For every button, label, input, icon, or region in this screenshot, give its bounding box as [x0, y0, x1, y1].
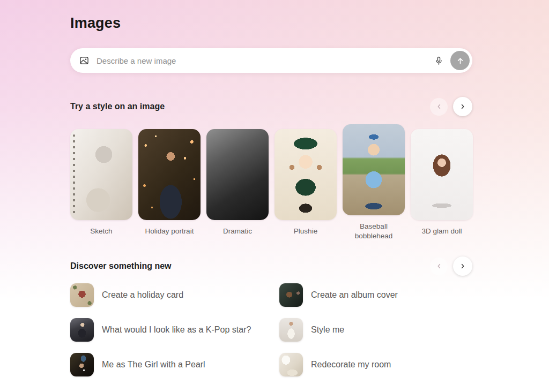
style-me-thumbnail: [279, 318, 303, 342]
styles-prev-button: [430, 98, 448, 116]
discover-item-label: Create a holiday card: [102, 290, 183, 300]
styles-section-header: Try a style on an image: [70, 97, 472, 116]
discover-grid: Create a holiday card Create an album co…: [70, 283, 472, 376]
chevron-right-icon: [459, 262, 466, 270]
kpop-star-thumbnail: [70, 318, 94, 342]
style-card-label: Sketch: [70, 227, 132, 236]
style-cards-row: Sketch Holiday portrait Dramatic Plushie…: [70, 124, 472, 241]
prompt-input[interactable]: [97, 56, 429, 65]
page-title: Images: [70, 15, 472, 32]
style-card-plushie[interactable]: Plushie: [274, 124, 337, 241]
styles-nav: [430, 97, 472, 116]
styles-section-title: Try a style on an image: [70, 102, 165, 111]
image-icon: [79, 55, 90, 66]
discover-item-style-me[interactable]: Style me: [279, 318, 472, 342]
discover-item-label: Redecorate my room: [311, 360, 391, 370]
style-card-image-holiday-portrait: [138, 129, 201, 220]
style-card-label: Dramatic: [206, 227, 269, 236]
style-card-image-3d-glam-doll: [411, 129, 473, 220]
style-card-image-plushie: [274, 129, 337, 220]
style-card-label: Baseball bobblehead: [343, 222, 405, 241]
chevron-left-icon: [435, 103, 443, 110]
discover-next-button[interactable]: [453, 257, 472, 276]
discover-prev-button: [430, 258, 448, 275]
discover-item-album-cover[interactable]: Create an album cover: [279, 283, 472, 307]
girl-with-pearl-thumbnail: [70, 353, 94, 376]
discover-item-label: Me as The Girl with a Pearl: [102, 360, 205, 370]
style-card-image-baseball-bobblehead: [343, 124, 405, 215]
style-card-image-dramatic: [206, 129, 269, 220]
style-card-label: 3D glam doll: [411, 227, 473, 236]
discover-section-title: Discover something new: [70, 261, 172, 271]
style-card-baseball-bobblehead[interactable]: Baseball bobblehead: [343, 124, 405, 241]
microphone-icon: [434, 56, 444, 66]
discover-item-kpop-star[interactable]: What would I look like as a K-Pop star?: [70, 318, 279, 342]
style-card-holiday-portrait[interactable]: Holiday portrait: [138, 124, 201, 241]
discover-section-header: Discover something new: [70, 257, 472, 276]
discover-item-label: What would I look like as a K-Pop star?: [102, 325, 251, 335]
style-card-dramatic[interactable]: Dramatic: [206, 124, 269, 241]
album-cover-thumbnail: [279, 283, 303, 307]
discover-item-label: Style me: [311, 325, 344, 335]
microphone-button[interactable]: [429, 51, 448, 70]
chevron-left-icon: [435, 262, 443, 270]
chevron-right-icon: [459, 103, 466, 110]
prompt-bar: [70, 48, 472, 73]
style-card-label: Holiday portrait: [138, 227, 201, 236]
main-content: Images: [70, 0, 472, 376]
style-card-sketch[interactable]: Sketch: [70, 124, 132, 241]
redecorate-room-thumbnail: [279, 353, 303, 376]
discover-item-girl-with-pearl[interactable]: Me as The Girl with a Pearl: [70, 353, 279, 376]
style-card-label: Plushie: [274, 227, 337, 236]
arrow-up-icon: [456, 56, 465, 65]
discover-item-holiday-card[interactable]: Create a holiday card: [70, 283, 279, 307]
style-card-3d-glam-doll[interactable]: 3D glam doll: [411, 124, 473, 241]
styles-next-button[interactable]: [453, 97, 472, 116]
discover-item-label: Create an album cover: [311, 290, 398, 300]
discover-nav: [430, 257, 472, 276]
submit-prompt-button[interactable]: [450, 51, 470, 70]
holiday-card-thumbnail: [70, 283, 94, 307]
style-card-image-sketch: [70, 129, 132, 220]
discover-item-redecorate-room[interactable]: Redecorate my room: [279, 353, 472, 376]
